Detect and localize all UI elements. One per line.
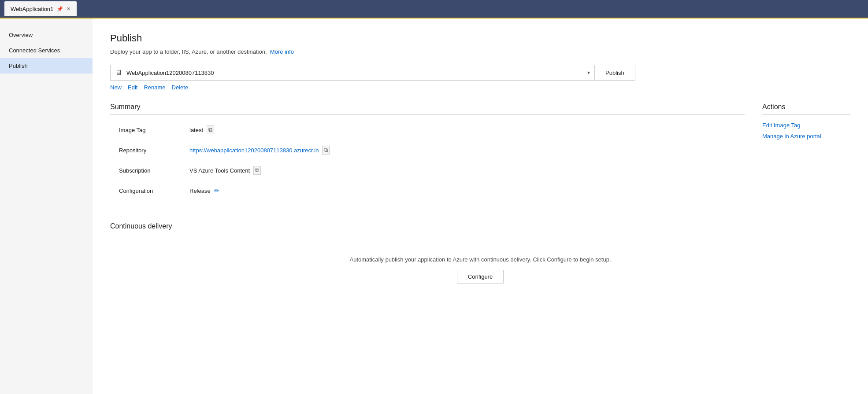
actions-panel: Actions Edit Image Tag Manage in Azure p… bbox=[745, 103, 850, 205]
summary-actions-row: Summary Image Tag latest ⧉ Repository ht… bbox=[110, 103, 850, 205]
pin-icon[interactable]: 📌 bbox=[57, 6, 63, 12]
profile-row: 🖥 WebApplication120200807113830 ▾ Publis… bbox=[110, 65, 850, 81]
continuous-delivery-section: Continuous delivery Automatically publis… bbox=[110, 222, 850, 292]
subscription-label: Subscription bbox=[110, 167, 189, 174]
configuration-edit-icon[interactable]: ✏ bbox=[214, 187, 219, 194]
tab-webapplication1[interactable]: WebApplication1 📌 ✕ bbox=[4, 1, 77, 16]
edit-link[interactable]: Edit bbox=[128, 84, 137, 91]
profile-name: WebApplication120200807113830 bbox=[126, 70, 583, 76]
configuration-label: Configuration bbox=[110, 188, 189, 194]
page-subtitle: Deploy your app to a folder, IIS, Azure,… bbox=[110, 48, 850, 55]
configure-button[interactable]: Configure bbox=[457, 270, 504, 284]
summary-row-repository: Repository https://webapplication1202008… bbox=[110, 144, 745, 156]
new-link[interactable]: New bbox=[110, 84, 122, 91]
summary-row-subscription: Subscription VS Azure Tools Content ⧉ bbox=[110, 164, 745, 177]
profile-dropdown[interactable]: 🖥 WebApplication120200807113830 ▾ bbox=[110, 65, 595, 81]
summary-row-image-tag: Image Tag latest ⧉ bbox=[110, 124, 745, 136]
sidebar: Overview Connected Services Publish bbox=[0, 18, 93, 394]
sidebar-item-overview[interactable]: Overview bbox=[0, 27, 93, 43]
image-tag-copy-icon[interactable]: ⧉ bbox=[207, 125, 214, 134]
repository-copy-icon[interactable]: ⧉ bbox=[322, 146, 330, 155]
repository-value: https://webapplication120200807113830.az… bbox=[189, 146, 330, 155]
edit-image-tag-link[interactable]: Edit Image Tag bbox=[762, 122, 850, 129]
repository-label: Repository bbox=[110, 147, 189, 154]
image-tag-value: latest ⧉ bbox=[189, 125, 214, 134]
rename-link[interactable]: Rename bbox=[144, 84, 165, 91]
action-links: New Edit Rename Delete bbox=[110, 84, 850, 91]
summary-row-configuration: Configuration Release ✏ bbox=[110, 184, 745, 197]
delete-link[interactable]: Delete bbox=[172, 84, 189, 91]
subscription-value: VS Azure Tools Content ⧉ bbox=[189, 166, 261, 175]
page-title: Publish bbox=[110, 33, 850, 44]
title-bar: WebApplication1 📌 ✕ bbox=[0, 0, 868, 18]
publish-button[interactable]: Publish bbox=[595, 65, 635, 81]
continuous-delivery-header: Continuous delivery bbox=[110, 222, 850, 230]
server-icon: 🖥 bbox=[115, 69, 122, 77]
summary-header: Summary bbox=[110, 103, 745, 111]
actions-divider bbox=[762, 114, 850, 115]
configuration-value: Release ✏ bbox=[189, 187, 219, 194]
manage-azure-portal-link[interactable]: Manage in Azure portal bbox=[762, 133, 850, 140]
actions-header: Actions bbox=[762, 103, 850, 111]
sidebar-item-connected-services[interactable]: Connected Services bbox=[0, 43, 93, 58]
chevron-down-icon: ▾ bbox=[587, 70, 590, 76]
subscription-copy-icon[interactable]: ⧉ bbox=[253, 166, 261, 175]
image-tag-label: Image Tag bbox=[110, 127, 189, 133]
content-area: Publish Deploy your app to a folder, IIS… bbox=[93, 18, 868, 394]
sidebar-item-publish[interactable]: Publish bbox=[0, 58, 93, 74]
close-icon[interactable]: ✕ bbox=[67, 6, 70, 12]
main-layout: Overview Connected Services Publish Publ… bbox=[0, 18, 868, 394]
continuous-delivery-content: Automatically publish your application t… bbox=[110, 243, 850, 292]
tab-label: WebApplication1 bbox=[11, 6, 53, 12]
summary-divider bbox=[110, 114, 745, 115]
repository-link[interactable]: https://webapplication120200807113830.az… bbox=[189, 147, 319, 154]
summary-table: Summary Image Tag latest ⧉ Repository ht… bbox=[110, 103, 745, 205]
continuous-delivery-description: Automatically publish your application t… bbox=[110, 256, 850, 263]
more-info-link[interactable]: More info bbox=[270, 48, 294, 55]
continuous-delivery-divider bbox=[110, 234, 850, 234]
